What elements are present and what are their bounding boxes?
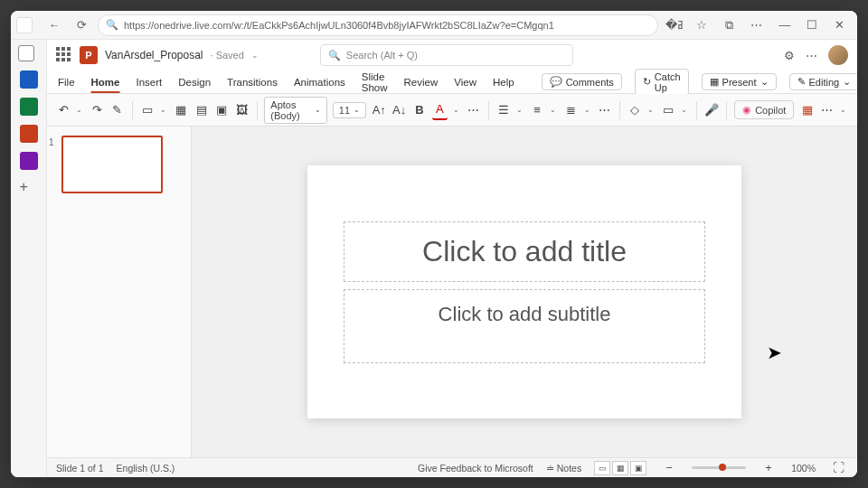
ribbon-collapse-icon[interactable]: ⌄ bbox=[840, 106, 848, 114]
undo-dropdown[interactable]: ⌄ bbox=[76, 106, 84, 114]
tab-insert[interactable]: Insert bbox=[134, 73, 164, 91]
tab-review[interactable]: Review bbox=[402, 73, 440, 91]
slide-canvas[interactable]: Click to add title Click to add subtitle bbox=[192, 127, 857, 457]
copilot-icon: ◉ bbox=[742, 104, 751, 116]
workspace: 1 Click to add title Click to add subtit… bbox=[47, 127, 857, 457]
search-icon: 🔍 bbox=[328, 50, 341, 61]
notes-button[interactable]: ≐ Notes bbox=[546, 463, 581, 474]
status-bar: Slide 1 of 1 English (U.S.) Give Feedbac… bbox=[47, 457, 857, 477]
browser-menu-icon[interactable]: ⋯ bbox=[745, 14, 767, 36]
layout-icon[interactable]: ▦ bbox=[174, 100, 188, 120]
reading-view-icon[interactable]: ▣ bbox=[630, 461, 646, 475]
add-app-icon[interactable]: + bbox=[20, 179, 38, 197]
decrease-font-icon[interactable]: A↓ bbox=[392, 100, 406, 120]
close-button[interactable]: ✕ bbox=[826, 14, 852, 36]
user-avatar[interactable] bbox=[828, 45, 848, 65]
more-font-icon[interactable]: ⋯ bbox=[467, 100, 481, 120]
app-launcher-icon[interactable] bbox=[56, 47, 72, 63]
favorite-icon[interactable]: ☆ bbox=[691, 14, 712, 36]
bold-button[interactable]: B bbox=[412, 100, 427, 120]
refresh-button[interactable]: ⟳ bbox=[71, 14, 92, 36]
title-bar: P VanArsdel_Proposal · Saved ⌄ 🔍 Search … bbox=[47, 40, 857, 70]
zoom-slider[interactable] bbox=[692, 466, 746, 469]
thumbnail-number: 1 bbox=[49, 137, 54, 147]
fit-to-window-icon[interactable]: ⛶ bbox=[828, 458, 848, 478]
new-slide-icon[interactable]: ▭ bbox=[140, 100, 155, 120]
language-indicator[interactable]: English (U.S.) bbox=[117, 463, 175, 474]
powerpoint-logo: P bbox=[80, 46, 98, 64]
tab-animations[interactable]: Animations bbox=[292, 73, 347, 91]
comments-button[interactable]: 💬 Comments bbox=[542, 73, 622, 90]
increase-font-icon[interactable]: A↑ bbox=[372, 100, 386, 120]
catchup-button[interactable]: ↻ Catch Up bbox=[635, 69, 689, 96]
designer-icon[interactable]: ▦ bbox=[799, 100, 814, 120]
slide[interactable]: Click to add title Click to add subtitle bbox=[307, 165, 741, 418]
feedback-link[interactable]: Give Feedback to Microsoft bbox=[418, 463, 533, 474]
present-button[interactable]: ▦ Present ⌄ bbox=[702, 73, 777, 90]
slide-thumbnail-pane[interactable]: 1 bbox=[47, 127, 192, 457]
collections-icon[interactable]: ⧉ bbox=[718, 14, 740, 36]
editing-mode-button[interactable]: ✎ Editing ⌄ bbox=[789, 73, 858, 90]
bullets-icon[interactable]: ☰ bbox=[496, 100, 511, 120]
section-icon[interactable]: ▤ bbox=[193, 100, 208, 120]
app-window: ← ⟳ 🔍 https://onedrive.live.com/w:/t/EaC… bbox=[11, 11, 857, 477]
lock-icon: 🔍 bbox=[106, 19, 118, 31]
slide-thumbnail[interactable]: 1 bbox=[56, 136, 182, 193]
rail-tab-icon[interactable] bbox=[18, 45, 34, 61]
normal-view-icon[interactable]: ▭ bbox=[594, 461, 610, 475]
save-status: · Saved bbox=[211, 50, 244, 61]
tab-transitions[interactable]: Transitions bbox=[225, 73, 279, 91]
font-color-button[interactable]: A bbox=[432, 100, 447, 120]
tab-slideshow[interactable]: Slide Show bbox=[360, 68, 390, 97]
more-para-icon[interactable]: ⋯ bbox=[598, 100, 612, 120]
document-title[interactable]: VanArsdel_Proposal bbox=[105, 49, 203, 61]
powerpoint-icon[interactable] bbox=[20, 125, 38, 143]
view-buttons: ▭ ▦ ▣ bbox=[594, 461, 646, 475]
back-button[interactable]: ← bbox=[43, 14, 65, 36]
font-size-select[interactable]: 11 ⌄ bbox=[333, 102, 366, 118]
tab-file[interactable]: File bbox=[56, 73, 77, 91]
format-painter-icon[interactable]: ✎ bbox=[110, 100, 125, 120]
excel-icon[interactable] bbox=[20, 98, 38, 116]
sorter-view-icon[interactable]: ▦ bbox=[612, 461, 628, 475]
reset-icon[interactable]: ▣ bbox=[214, 100, 229, 120]
copilot-button[interactable]: ◉Copilot bbox=[734, 100, 794, 119]
ribbon-toolbar: ↶⌄ ↷ ✎ ▭⌄ ▦ ▤ ▣ 🖼 Aptos (Body) ⌄ 11 ⌄ A↑… bbox=[47, 94, 857, 127]
settings-icon[interactable]: ⚙ bbox=[784, 49, 795, 62]
subtitle-placeholder[interactable]: Click to add subtitle bbox=[344, 289, 705, 363]
address-bar[interactable]: 🔍 https://onedrive.live.com/w:/t/EaCkkPs… bbox=[98, 14, 658, 36]
undo-button[interactable]: ↶ bbox=[56, 100, 71, 120]
zoom-in-button[interactable]: + bbox=[759, 458, 778, 478]
search-input[interactable]: 🔍 Search (Alt + Q) bbox=[320, 44, 573, 66]
tab-home[interactable]: Home bbox=[90, 73, 122, 91]
zoom-level[interactable]: 100% bbox=[791, 463, 816, 474]
tab-design[interactable]: Design bbox=[176, 73, 212, 91]
help-icon[interactable]: ⋯ bbox=[806, 49, 817, 62]
title-dropdown-icon[interactable]: ⌄ bbox=[251, 51, 259, 60]
word-icon[interactable] bbox=[20, 70, 38, 89]
ribbon-tabs: File Home Insert Design Transitions Anim… bbox=[47, 70, 857, 94]
app-rail: + bbox=[11, 40, 47, 477]
ribbon-more-icon[interactable]: ⋯ bbox=[820, 100, 835, 120]
minimize-button[interactable]: — bbox=[772, 14, 797, 36]
slide-counter[interactable]: Slide 1 of 1 bbox=[56, 463, 104, 474]
maximize-button[interactable]: ☐ bbox=[799, 14, 825, 36]
read-aloud-icon[interactable]: �ߥ bbox=[664, 14, 685, 36]
dictate-icon[interactable]: 🎤 bbox=[704, 100, 719, 120]
url-text: https://onedrive.live.com/w:/t/EaCkkPs6A… bbox=[124, 20, 554, 31]
onenote-icon[interactable] bbox=[20, 152, 38, 170]
redo-button[interactable]: ↷ bbox=[90, 100, 104, 120]
title-placeholder[interactable]: Click to add title bbox=[344, 221, 705, 282]
numbering-icon[interactable]: ≡ bbox=[530, 100, 544, 120]
zoom-out-button[interactable]: − bbox=[659, 458, 679, 478]
thumbnail-preview[interactable] bbox=[61, 136, 163, 193]
align-icon[interactable]: ≣ bbox=[563, 100, 578, 120]
font-family-select[interactable]: Aptos (Body) ⌄ bbox=[264, 97, 327, 124]
picture-icon[interactable]: 🖼 bbox=[234, 100, 249, 120]
tab-help[interactable]: Help bbox=[491, 73, 516, 91]
arrange-icon[interactable]: ▭ bbox=[661, 100, 675, 120]
browser-toolbar: ← ⟳ 🔍 https://onedrive.live.com/w:/t/EaC… bbox=[11, 11, 857, 40]
tab-view[interactable]: View bbox=[452, 73, 478, 91]
shapes-icon[interactable]: ◇ bbox=[627, 100, 642, 120]
tab-favicon bbox=[16, 17, 33, 33]
